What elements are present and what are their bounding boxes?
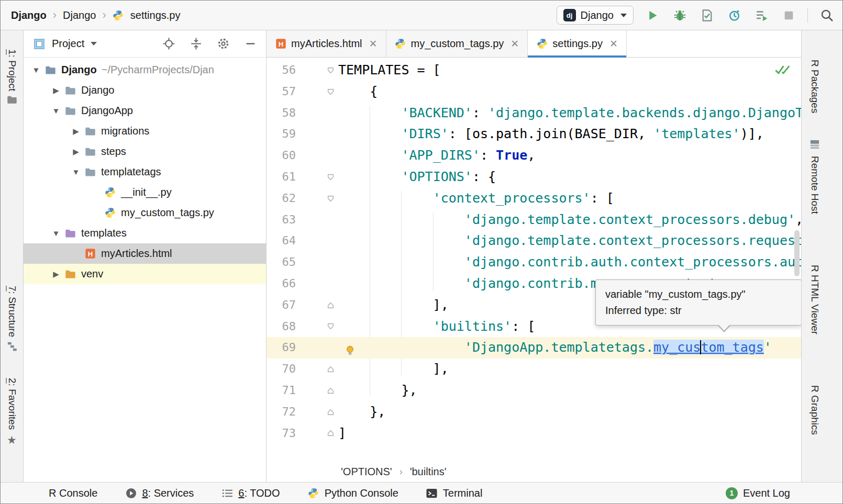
expander-closed-icon[interactable]: ▶ <box>49 86 63 95</box>
breadcrumb-file[interactable]: settings.py <box>130 9 181 21</box>
close-icon[interactable]: ✕ <box>609 38 618 50</box>
run-config-selector[interactable]: dj Django <box>557 6 634 25</box>
line-number: 65 <box>267 252 296 273</box>
tree-row-init-py[interactable]: __init__.py <box>24 182 266 203</box>
search-everywhere-button[interactable] <box>818 7 835 24</box>
close-icon[interactable]: ✕ <box>511 38 519 50</box>
toolwindow-r-html-viewer-button[interactable]: R HTML Viewer <box>809 265 820 334</box>
code-line-56[interactable]: 56TEMPLATES = [ <box>267 60 801 81</box>
tree-row-django-root[interactable]: ▼ Django ~/PycharmProjects/Djan <box>24 60 266 80</box>
close-icon[interactable]: ✕ <box>369 38 378 50</box>
settings-gear-button[interactable] <box>216 37 230 51</box>
breadcrumb: Django › Django › settings.py <box>11 8 180 22</box>
toolwindow-project-button[interactable]: 1: Project <box>6 49 18 106</box>
fold-start-icon[interactable] <box>323 174 338 181</box>
line-number: 68 <box>267 316 296 338</box>
code-line-60[interactable]: 60 'APP_DIRS': True, <box>267 145 801 166</box>
tree-item-label: Django <box>61 64 97 76</box>
expander-open-icon[interactable]: ▼ <box>69 167 83 176</box>
todo-button[interactable]: 6: TODO <box>221 487 280 499</box>
toolwindow-favorites-button[interactable]: 2: Favorites ★ <box>6 378 18 446</box>
terminal-button[interactable]: Terminal <box>426 487 483 499</box>
remote-host-icon <box>809 139 820 152</box>
code-line-72[interactable]: 72 }, <box>267 401 801 423</box>
run-button[interactable] <box>644 7 661 24</box>
fold-end-icon[interactable] <box>323 430 338 436</box>
tree-row-djangoapp[interactable]: ▼ DjangoApp <box>24 100 266 121</box>
code-line-61[interactable]: 61 'OPTIONS': { <box>267 166 801 188</box>
code-text: TEMPLATES = [ <box>338 60 801 81</box>
reference-link-my-custom-tags[interactable]: my_cus <box>653 340 701 355</box>
code-line-57[interactable]: 57 { <box>267 81 801 103</box>
breadcrumb-builtins[interactable]: 'builtins' <box>410 466 447 478</box>
run-configurations-button[interactable] <box>753 7 770 24</box>
debug-button[interactable] <box>671 7 688 24</box>
code-line-71[interactable]: 71 }, <box>267 380 801 401</box>
tree-row-my-custom-tags-py[interactable]: my_custom_tags.py <box>24 203 266 223</box>
tab-my-custom-tags-py[interactable]: my_custom_tags.py ✕ <box>386 30 528 57</box>
code-line-65[interactable]: 65 'django.contrib.auth.context_processo… <box>267 252 801 273</box>
expander-open-icon[interactable]: ▼ <box>49 106 63 115</box>
inspections-ok-icon[interactable] <box>775 64 791 77</box>
breadcrumb-project[interactable]: Django <box>11 9 47 21</box>
code-editor[interactable]: 56TEMPLATES = [57 {58 'BACKEND': 'django… <box>267 58 801 461</box>
run-toolbar: dj Django <box>557 6 835 25</box>
breadcrumb-options[interactable]: 'OPTIONS' <box>341 466 392 478</box>
tree-item-label: templates <box>81 227 127 239</box>
tree-row-steps[interactable]: ▶ steps <box>24 141 266 162</box>
expander-closed-icon[interactable]: ▶ <box>69 147 83 156</box>
fold-end-icon[interactable] <box>323 302 338 309</box>
expander-closed-icon[interactable]: ▶ <box>49 270 63 279</box>
tab-settings-py[interactable]: settings.py ✕ <box>528 30 627 57</box>
reference-link-my-custom-tags[interactable]: tom_tags <box>701 340 763 355</box>
r-packages-label: R Packages <box>809 60 820 113</box>
expander-open-icon[interactable]: ▼ <box>49 229 63 238</box>
tree-row-templatetags[interactable]: ▼ templatetags <box>24 162 266 182</box>
collapse-all-button[interactable] <box>188 37 203 51</box>
fold-end-icon[interactable] <box>323 387 338 394</box>
expander-open-icon[interactable]: ▼ <box>29 65 43 74</box>
fold-end-icon[interactable] <box>323 409 338 416</box>
toolwindow-r-packages-button[interactable]: R Packages <box>809 60 820 113</box>
locate-file-button[interactable] <box>161 37 176 51</box>
code-line-70[interactable]: 70 ], <box>267 359 801 380</box>
fold-start-icon[interactable] <box>323 195 338 202</box>
profile-button[interactable] <box>726 7 742 24</box>
editor-scrollbar[interactable] <box>794 230 800 276</box>
toolwindow-remote-host-button[interactable]: Remote Host <box>809 139 820 214</box>
tree-row-migrations[interactable]: ▶ migrations <box>24 121 266 141</box>
tree-row-myarticles-html[interactable]: H myArticles.html <box>24 243 266 264</box>
r-console-button[interactable]: R Console <box>49 487 97 499</box>
coverage-button[interactable] <box>698 7 715 24</box>
fold-start-icon[interactable] <box>323 88 338 95</box>
project-panel-title[interactable]: Project <box>52 38 84 50</box>
code-line-62[interactable]: 62 'context_processors': [ <box>267 188 801 209</box>
code-line-58[interactable]: 58 'BACKEND': 'django.template.backends.… <box>267 103 801 124</box>
fold-end-icon[interactable] <box>323 366 338 373</box>
python-console-button[interactable]: Python Console <box>307 487 398 499</box>
event-log-button[interactable]: 1 Event Log <box>726 487 790 499</box>
code-token <box>338 105 401 120</box>
code-line-59[interactable]: 59 'DIRS': [os.path.join(BASE_DIR, 'temp… <box>267 124 801 145</box>
editor-gutter: 69 <box>267 337 338 359</box>
code-line-63[interactable]: 63 'django.template.context_processors.d… <box>267 209 801 231</box>
tree-row-venv[interactable]: ▶ venv <box>24 264 266 284</box>
toolwindow-structure-button[interactable]: 7: Structure <box>6 286 18 354</box>
fold-start-icon[interactable] <box>323 323 338 330</box>
tree-row-templates[interactable]: ▼ templates <box>24 223 266 243</box>
tab-myarticles-html[interactable]: H myArticles.html ✕ <box>267 30 386 57</box>
code-line-73[interactable]: 73] <box>267 423 801 444</box>
tree-row-django[interactable]: ▶ Django <box>24 80 266 100</box>
breadcrumb-module[interactable]: Django <box>63 9 96 21</box>
string-token: 'DIRS' <box>401 126 448 141</box>
terminal-icon <box>426 487 438 499</box>
services-button[interactable]: 8: Services <box>125 487 194 499</box>
code-line-64[interactable]: 64 'django.template.context_processors.r… <box>267 230 801 252</box>
fold-start-icon[interactable] <box>323 67 338 74</box>
hide-panel-button[interactable] <box>243 37 258 51</box>
code-line-69[interactable]: 69 'DjangoApp.templatetags.my_custom_tag… <box>267 337 801 359</box>
project-view-icon <box>32 37 47 51</box>
expander-closed-icon[interactable]: ▶ <box>69 127 83 136</box>
editor-gutter: 65 <box>267 252 338 273</box>
toolwindow-r-graphics-button[interactable]: R Graphics <box>809 385 820 435</box>
